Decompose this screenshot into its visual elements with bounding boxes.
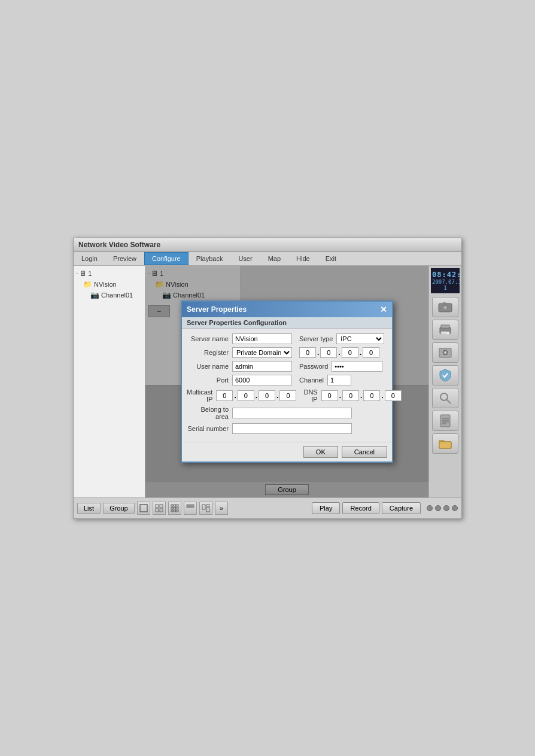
svg-rect-22 xyxy=(156,509,159,512)
tab-list-button[interactable]: List xyxy=(77,503,101,514)
dns-octet-1[interactable] xyxy=(321,390,338,401)
svg-rect-29 xyxy=(177,507,178,509)
tab-group-button[interactable]: Group xyxy=(103,503,135,514)
dns-dot-1: . xyxy=(339,391,341,400)
ip-octet-4[interactable] xyxy=(363,347,379,358)
channel-input[interactable] xyxy=(327,375,351,385)
camera-button[interactable] xyxy=(432,297,458,317)
svg-rect-41 xyxy=(202,505,205,509)
username-input[interactable] xyxy=(232,361,292,372)
layout-3x3-icon xyxy=(171,504,179,512)
play-button[interactable]: Play xyxy=(312,502,340,514)
svg-rect-42 xyxy=(206,505,209,506)
indicator-dot-1 xyxy=(427,505,433,511)
modal-close-button[interactable]: ✕ xyxy=(380,305,387,314)
layout-2x2-icon xyxy=(155,504,163,512)
camera-icon xyxy=(438,301,452,313)
multicast-dot-2: . xyxy=(256,391,257,400)
title-bar: Network Video Software xyxy=(74,238,461,252)
modal-footer: OK Cancel xyxy=(182,442,392,462)
layout-custom-icon xyxy=(202,504,210,512)
menu-login[interactable]: Login xyxy=(74,252,105,265)
menu-exit[interactable]: Exit xyxy=(318,252,344,265)
dns-octet-2[interactable] xyxy=(342,390,359,401)
channel-icon: 📷 xyxy=(90,291,99,299)
svg-rect-4 xyxy=(441,325,449,328)
multicast-octet-1[interactable] xyxy=(216,390,233,401)
printer-button[interactable] xyxy=(432,320,458,340)
register-select[interactable]: Private Domain Static IP xyxy=(232,347,292,358)
multicast-octet-3[interactable] xyxy=(259,390,275,401)
layout-1x1-icon xyxy=(139,504,148,512)
shield-button[interactable] xyxy=(432,365,458,385)
right-panel: 08:42:44 2007.07.16 1 xyxy=(428,266,461,497)
modal-content: Server name Server type IPC DVR xyxy=(182,329,392,442)
layout-custom-button[interactable] xyxy=(199,502,212,515)
server-type-select[interactable]: IPC DVR xyxy=(336,333,384,344)
more-layouts-button[interactable]: » xyxy=(215,502,228,515)
svg-rect-39 xyxy=(190,506,191,508)
tree-leaf-label: Channel01 xyxy=(101,292,133,299)
layout-1x1-button[interactable] xyxy=(137,502,150,515)
port-input[interactable] xyxy=(232,375,292,385)
form-row-port: Port Channel xyxy=(187,375,387,385)
form-row-multicast: Multicast IP . . . DNS xyxy=(187,388,387,403)
tree-channel01[interactable]: 📷 Channel01 xyxy=(90,290,142,300)
clock-display: 08:42:44 2007.07.16 1 xyxy=(431,268,460,293)
layout-4x4-button[interactable] xyxy=(184,502,197,515)
search-button[interactable] xyxy=(432,388,458,408)
multicast-octet-4[interactable] xyxy=(279,390,296,401)
record-button[interactable]: Record xyxy=(342,502,379,514)
tree-nvision[interactable]: 📁 NVision xyxy=(83,279,142,290)
expand-icon: - xyxy=(76,270,78,277)
channel-label: Channel xyxy=(299,377,324,384)
menu-preview[interactable]: Preview xyxy=(105,252,144,265)
svg-line-12 xyxy=(447,399,451,403)
svg-rect-21 xyxy=(160,505,163,508)
ip-octet-2[interactable] xyxy=(320,347,337,358)
serial-number-label: Serial number xyxy=(187,425,229,432)
modal-overlay: Server Properties ✕ Server Properties Co… xyxy=(145,266,428,497)
capture-button[interactable]: Capture xyxy=(382,502,421,514)
cancel-button[interactable]: Cancel xyxy=(342,446,387,458)
menu-configure[interactable]: Configure xyxy=(144,252,189,265)
svg-rect-31 xyxy=(174,510,175,512)
server-name-input[interactable] xyxy=(232,333,292,344)
ip-group: . . . xyxy=(296,347,387,358)
app-title: Network Video Software xyxy=(78,241,160,249)
menu-playback[interactable]: Playback xyxy=(189,252,231,265)
svg-rect-2 xyxy=(443,302,446,304)
svg-rect-20 xyxy=(156,505,159,508)
form-row-serial-number: Serial number xyxy=(187,423,387,434)
ip-octet-3[interactable] xyxy=(342,347,358,358)
ip-dot-2: . xyxy=(338,348,340,357)
dns-octet-3[interactable] xyxy=(363,390,380,401)
ip-octet-1[interactable] xyxy=(299,347,316,358)
belong-to-area-input[interactable] xyxy=(232,408,352,418)
svg-point-10 xyxy=(444,351,446,354)
menu-hide[interactable]: Hide xyxy=(288,252,318,265)
belong-to-area-label: Belong to area xyxy=(187,406,229,420)
layout-3x3-button[interactable] xyxy=(168,502,181,515)
ok-button[interactable]: OK xyxy=(303,446,338,458)
svg-rect-23 xyxy=(160,509,163,512)
indicator-dot-2 xyxy=(435,505,441,511)
ip-field: . . . xyxy=(299,347,379,358)
password-input[interactable] xyxy=(332,361,382,372)
tree-root[interactable]: - 🖥 1 xyxy=(76,268,142,279)
indicator-dots xyxy=(427,505,458,511)
menu-user[interactable]: User xyxy=(230,252,260,265)
dns-octet-4[interactable] xyxy=(385,390,402,401)
menu-map[interactable]: Map xyxy=(260,252,288,265)
folder-button[interactable] xyxy=(432,433,458,454)
layout-4x4-icon xyxy=(186,504,194,512)
svg-rect-24 xyxy=(171,505,173,506)
tree-root-label: 1 xyxy=(88,270,92,277)
password-label: Password xyxy=(299,363,328,370)
main-layout: - 🖥 1 📁 NVision 📷 Channel01 xyxy=(74,266,461,497)
document-button[interactable] xyxy=(432,411,458,431)
layout-2x2-button[interactable] xyxy=(153,502,166,515)
multicast-octet-2[interactable] xyxy=(238,390,254,401)
photo-button[interactable] xyxy=(432,342,458,363)
serial-number-input[interactable] xyxy=(232,423,352,434)
